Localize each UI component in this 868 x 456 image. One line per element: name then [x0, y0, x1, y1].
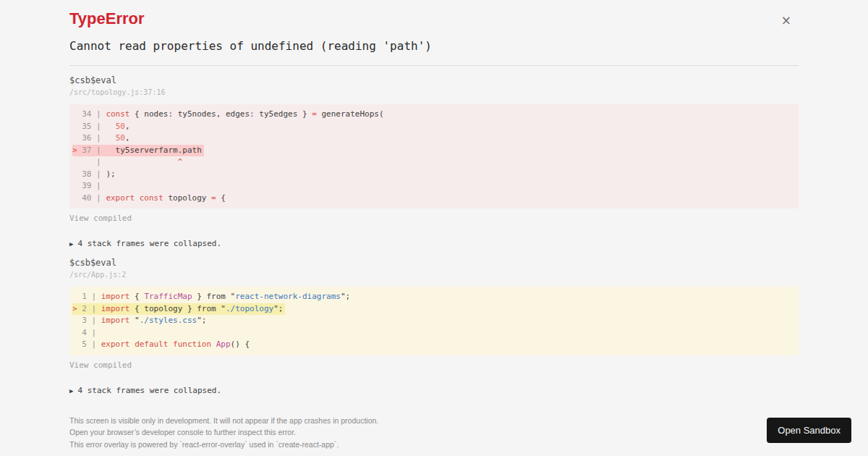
stack-frame: $csb$eval/src/topology.js:37:16 34 | con… — [69, 75, 799, 248]
code-token: ./styles.css — [140, 316, 197, 325]
code-token: = — [211, 193, 216, 203]
code-line: 38 | ); — [72, 169, 796, 181]
code-token: generateHops( — [317, 109, 384, 119]
code-token: App — [216, 339, 231, 349]
divider — [69, 65, 799, 66]
code-token: "; — [197, 316, 206, 325]
error-message: Cannot read properties of undefined (rea… — [69, 40, 799, 53]
error-line-marker — [72, 339, 77, 349]
code-token: = — [312, 109, 317, 119]
code-token — [106, 122, 115, 131]
code-token: export — [106, 193, 135, 203]
code-token: " — [216, 304, 226, 313]
expand-arrow-icon: ▶ — [69, 387, 73, 394]
line-number: 4 | — [77, 328, 101, 337]
code-line: | ^ — [72, 156, 796, 169]
code-token: from — [206, 292, 226, 301]
code-token: " — [130, 316, 140, 325]
code-token: ty5serverfarm.path — [106, 145, 201, 155]
line-number: 1 | — [77, 292, 101, 301]
open-sandbox-button[interactable]: Open Sandbox — [767, 418, 851, 443]
code-line: 35 | 50, — [72, 121, 796, 133]
error-line-marker — [72, 157, 77, 166]
code-token: 50 — [116, 133, 125, 143]
footer-line: This error overlay is powered by `react-… — [69, 439, 799, 451]
error-line-marker — [72, 122, 77, 131]
error-line-marker — [72, 328, 77, 337]
collapsed-frames-label: 4 stack frames were collapsed. — [77, 239, 221, 248]
code-token: const — [106, 109, 129, 119]
error-line-marker: > — [72, 145, 77, 155]
footer-line: This screen is visible only in developme… — [69, 415, 799, 427]
line-number: 2 | — [77, 304, 101, 313]
error-title: TypeError — [69, 9, 145, 28]
code-token: const — [140, 193, 163, 203]
overlay-header: TypeError × — [69, 9, 799, 28]
frame-location: /src/topology.js:37:16 — [69, 87, 799, 98]
code-token: () { — [231, 339, 250, 349]
error-line-marker — [72, 133, 77, 143]
code-token: import — [101, 316, 130, 325]
code-token: ./topology — [226, 304, 273, 313]
close-icon: × — [781, 13, 791, 28]
code-token: , — [125, 122, 130, 131]
code-token: { nodes: ty5nodes, edges: ty5edges } — [130, 109, 312, 119]
line-number: 38 | — [77, 169, 106, 179]
collapsed-frames-toggle[interactable]: ▶4 stack frames were collapsed. — [69, 239, 799, 248]
collapsed-frames-toggle[interactable]: ▶4 stack frames were collapsed. — [69, 386, 799, 395]
footer: This screen is visible only in developme… — [69, 415, 799, 451]
frame-location: /src/App.js:2 — [69, 269, 799, 280]
code-line: 36 | 50, — [72, 132, 796, 145]
line-number: 35 | — [77, 122, 106, 131]
code-token: { topology } — [130, 304, 197, 313]
code-token: function — [173, 339, 211, 349]
code-token: import — [101, 292, 130, 301]
code-token: react-network-diagrams — [235, 292, 341, 301]
code-frame: 34 | const { nodes: ty5nodes, edges: ty5… — [69, 104, 799, 208]
code-line: 5 | export default function App() { — [72, 339, 796, 351]
line-number: 34 | — [77, 109, 106, 119]
code-token: "; — [273, 304, 283, 313]
code-token: export — [101, 339, 130, 349]
code-token: import — [101, 304, 130, 313]
error-line-marker — [72, 181, 77, 190]
error-line-marker — [72, 292, 77, 301]
close-button[interactable]: × — [781, 9, 794, 27]
error-line-marker — [72, 316, 77, 325]
code-token: } — [192, 292, 207, 301]
code-token: { — [216, 193, 226, 203]
error-line-marker — [72, 109, 77, 119]
code-line: > 2 | import { topology } from "./topolo… — [72, 303, 796, 316]
code-line: > 37 | ty5serverfarm.path — [72, 145, 796, 157]
code-token: , — [125, 133, 130, 143]
code-token: topology — [163, 193, 211, 203]
code-line: 39 | — [72, 180, 796, 193]
error-line-marker: > — [72, 304, 77, 313]
code-frame: 1 | import { TrafficMap } from "react-ne… — [69, 287, 799, 355]
stack-frames: $csb$eval/src/topology.js:37:16 34 | con… — [69, 75, 799, 395]
code-token: " — [226, 292, 235, 301]
code-token: 50 — [116, 122, 125, 131]
view-compiled-link[interactable]: View compiled — [69, 360, 132, 370]
view-compiled-link[interactable]: View compiled — [69, 214, 132, 223]
stack-frame: $csb$eval/src/App.js:2 1 | import { Traf… — [69, 258, 799, 395]
code-token: ^ — [106, 157, 182, 166]
line-number: 5 | — [77, 339, 101, 349]
code-line: 34 | const { nodes: ty5nodes, edges: ty5… — [72, 109, 796, 121]
expand-arrow-icon: ▶ — [69, 240, 73, 248]
footer-line: Open your browser’s developer console to… — [69, 426, 799, 439]
code-token: default — [135, 339, 168, 349]
code-token — [135, 193, 140, 203]
error-line-marker — [72, 169, 77, 179]
error-overlay: TypeError × Cannot read properties of un… — [0, 0, 868, 451]
code-token: "; — [341, 292, 350, 301]
code-token: TrafficMap — [144, 292, 192, 301]
code-line: 1 | import { TrafficMap } from "react-ne… — [72, 291, 796, 303]
code-line: 3 | import "./styles.css"; — [72, 315, 796, 327]
frame-function-name: $csb$eval — [69, 75, 799, 86]
frame-function-name: $csb$eval — [69, 258, 799, 269]
code-line: 4 | — [72, 327, 796, 339]
code-token: { — [130, 292, 145, 301]
code-token — [106, 133, 115, 143]
line-number: 40 | — [77, 193, 106, 203]
